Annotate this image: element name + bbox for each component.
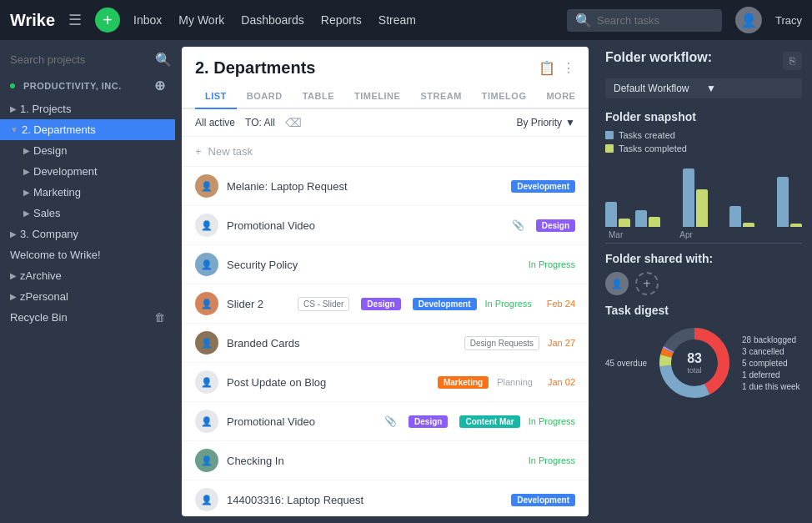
- add-task-label: New task: [208, 145, 253, 158]
- tab-more[interactable]: MORE: [536, 84, 585, 109]
- main-panel: 2. Departments 📋 ⋮ LIST BOARD TABLE TIME…: [182, 47, 589, 516]
- sidebar-search-icon: 🔍: [155, 52, 172, 68]
- rss-button[interactable]: ⎘: [783, 52, 802, 70]
- search-bar: 🔍: [567, 9, 722, 32]
- tab-stream[interactable]: STREAM: [410, 84, 471, 109]
- priority-sort-button[interactable]: By Priority ▼: [516, 117, 575, 128]
- workflow-value: Default Workflow: [614, 83, 701, 94]
- sidebar-item-zpersonal[interactable]: ▶ zPersonal: [0, 286, 175, 307]
- bar-completed-2: [649, 217, 660, 227]
- plus-icon: +: [195, 145, 202, 158]
- avatar: 👤: [195, 214, 218, 237]
- avatar: 👤: [195, 370, 218, 394]
- stat-deferred: 1 deferred: [742, 370, 800, 380]
- all-active-button[interactable]: All active: [195, 117, 235, 128]
- sidebar-label: 2. Departments: [22, 123, 96, 136]
- hamburger-icon[interactable]: ☰: [68, 11, 82, 29]
- avatar: 👤: [195, 449, 218, 472]
- sidebar: 🔍 PRODUCTIVITY, INC. ⊕ ▶ 1. Projects ▼ 2…: [0, 40, 175, 523]
- task-name: Promotional Video: [227, 415, 376, 428]
- attachment-icon: 📎: [384, 415, 397, 427]
- sidebar-search: 🔍: [0, 47, 175, 73]
- more-options-icon[interactable]: ⋮: [562, 60, 575, 76]
- avatar: 👤: [195, 253, 218, 276]
- sidebar-item-sales[interactable]: ▶ Sales: [0, 203, 175, 224]
- trash-icon: 🗑: [154, 311, 165, 324]
- sidebar-item-recycle[interactable]: Recycle Bin 🗑: [0, 307, 175, 328]
- tag-design: Design: [361, 298, 400, 310]
- legend-dot-blue: [605, 131, 614, 139]
- add-project-icon[interactable]: ⊕: [154, 78, 166, 93]
- nav-inbox[interactable]: Inbox: [133, 13, 162, 27]
- table-row[interactable]: 👤 Slider 2 CS - Slider Design Developmen…: [182, 284, 589, 324]
- task-status: In Progress: [529, 259, 575, 269]
- chevron-right-icon: ▶: [10, 104, 17, 113]
- table-row[interactable]: 👤 Security Policy In Progress: [182, 245, 589, 284]
- sidebar-item-projects[interactable]: ▶ 1. Projects: [0, 98, 175, 119]
- donut-total: 83: [687, 351, 702, 366]
- to-all-button[interactable]: TO: All: [245, 117, 275, 128]
- legend-label-created: Tasks created: [619, 130, 675, 140]
- tag-design-requests: Design Requests: [464, 336, 539, 350]
- sidebar-label: 1. Projects: [20, 103, 71, 115]
- tab-timeline[interactable]: TIMELINE: [344, 84, 410, 109]
- sidebar-label: zPersonal: [20, 290, 68, 303]
- nav-mywork[interactable]: My Work: [178, 13, 224, 27]
- sidebar-label: Sales: [33, 207, 61, 219]
- table-row[interactable]: 👤 Promotional Video 📎 Design Content Mar…: [182, 402, 589, 441]
- tab-board[interactable]: BOARD: [237, 84, 293, 109]
- add-task-row[interactable]: + New task: [182, 137, 589, 167]
- table-row[interactable]: 👤 Branded Cards Design Requests Jan 27: [182, 324, 589, 363]
- avatar: 👤: [195, 410, 218, 433]
- page-title: 2. Departments: [195, 58, 316, 78]
- main-layout: 🔍 PRODUCTIVITY, INC. ⊕ ▶ 1. Projects ▼ 2…: [0, 40, 812, 523]
- sidebar-item-zarchive[interactable]: ▶ zArchive: [0, 265, 175, 286]
- bar-group-4: [729, 206, 754, 227]
- copy-icon[interactable]: 📋: [539, 60, 555, 76]
- legend: Tasks created Tasks completed: [605, 130, 802, 153]
- chart-label-apr: Apr: [679, 230, 693, 239]
- sidebar-item-design[interactable]: ▶ Design: [0, 140, 175, 161]
- avatar: 👤: [195, 292, 218, 315]
- add-button[interactable]: +: [95, 8, 120, 33]
- tab-table[interactable]: TABLE: [293, 84, 344, 109]
- filter-icon[interactable]: ⌫: [285, 116, 302, 129]
- tab-timelog[interactable]: TIMELOG: [472, 84, 537, 109]
- table-row[interactable]: 👤 Post Update on Blog Marketing Planning…: [182, 363, 589, 402]
- nav-dashboards[interactable]: Dashboards: [241, 13, 304, 27]
- content-area: 2. Departments 📋 ⋮ LIST BOARD TABLE TIME…: [175, 40, 812, 523]
- task-name: Promotional Video: [227, 219, 504, 232]
- nav-reports[interactable]: Reports: [321, 13, 362, 27]
- sidebar-item-marketing[interactable]: ▶ Marketing: [0, 182, 175, 203]
- table-row[interactable]: 👤 Melanie: Laptop Request Development: [182, 167, 589, 206]
- task-status: Planning: [497, 377, 533, 387]
- table-row[interactable]: 👤 Checking In In Progress: [182, 441, 589, 480]
- workflow-dropdown[interactable]: Default Workflow ▼: [605, 78, 802, 98]
- table-row[interactable]: 👤 144003316: Laptop Request Development: [182, 480, 589, 516]
- bar-created-5: [777, 177, 789, 227]
- nav-stream[interactable]: Stream: [378, 13, 416, 27]
- search-icon: 🔍: [575, 13, 592, 28]
- table-row[interactable]: 👤 Promotional Video 📎 Design: [182, 206, 589, 245]
- chevron-right-icon: ▶: [10, 229, 17, 239]
- task-name: 144003316: Laptop Request: [227, 494, 499, 506]
- legend-label-completed: Tasks completed: [619, 143, 687, 153]
- top-nav: Wrike ☰ + Inbox My Work Dashboards Repor…: [0, 0, 812, 40]
- avatar: 👤: [735, 7, 762, 33]
- tab-list[interactable]: LIST: [195, 84, 237, 109]
- attachment-icon: 📎: [512, 219, 524, 231]
- tag-content-mar: Content Mar: [459, 415, 519, 428]
- sidebar-search-input[interactable]: [10, 53, 150, 66]
- sidebar-item-departments[interactable]: ▼ 2. Departments: [0, 119, 175, 140]
- avatar: 👤: [195, 488, 218, 511]
- search-input[interactable]: [597, 14, 714, 27]
- bar-group-5: [777, 177, 802, 227]
- tag-marketing: Marketing: [438, 376, 489, 389]
- sidebar-item-development[interactable]: ▶ Development: [0, 161, 175, 182]
- sidebar-item-welcome[interactable]: Welcome to Wrike!: [0, 244, 175, 265]
- sidebar-item-company[interactable]: ▶ 3. Company: [0, 224, 175, 244]
- avatar: 👤: [195, 331, 218, 355]
- chevron-right-icon: ▶: [10, 271, 17, 280]
- stat-backlogged: 28 backlogged: [742, 335, 800, 344]
- add-shared-button[interactable]: +: [635, 272, 659, 295]
